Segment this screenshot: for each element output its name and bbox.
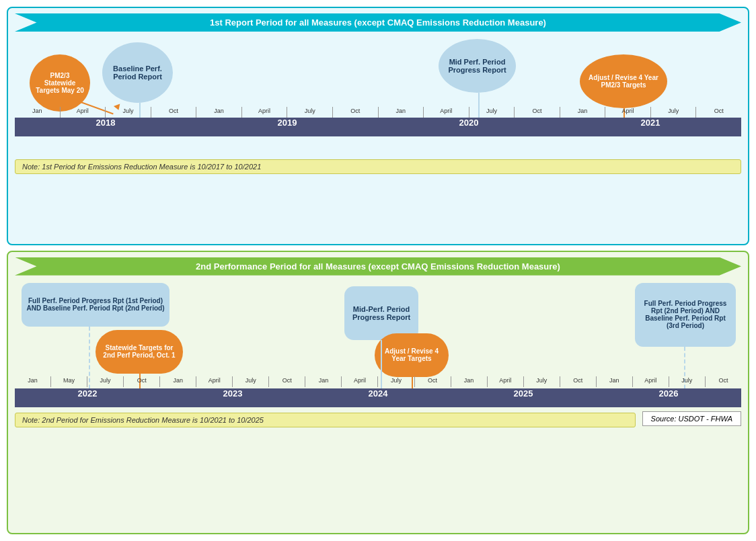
section2-months: Jan May July Oct Jan April July Oct Jan …	[15, 376, 741, 387]
mid-progress-bubble: Mid Perf. Period Progress Report	[439, 39, 516, 93]
source-box: Source: USDOT - FHWA	[642, 411, 741, 426]
section2-footer: Note: 2nd Period for Emissions Reduction…	[15, 410, 741, 427]
adjust-4yr-bubble: Adjust / Revise 4 Year Targets	[375, 333, 449, 377]
section2-timeline: Full Perf. Period Progress Rpt (1st Peri…	[15, 280, 741, 407]
year-2020: 2020	[378, 118, 560, 136]
section1-header: 1st Report Period for all Measures (exce…	[15, 13, 741, 32]
timeline-bar-inner: 2018 2019 2020 2021	[15, 118, 741, 136]
section1-banner: 1st Report Period for all Measures (exce…	[15, 13, 741, 32]
year-2024: 2024	[305, 388, 451, 407]
section2-banner: 2nd Performance Period for all Measures …	[15, 257, 741, 276]
section2: 2nd Performance Period for all Measures …	[7, 251, 749, 534]
year-2025: 2025	[451, 388, 596, 407]
year-2022: 2022	[15, 388, 160, 407]
year-2019: 2019	[196, 118, 378, 136]
section1-months: Jan April July Oct Jan April July Oct Ja…	[15, 107, 741, 118]
year-2026: 2026	[596, 388, 741, 407]
year-2021: 2021	[560, 118, 741, 136]
section2-header: 2nd Performance Period for all Measures …	[15, 257, 741, 276]
statewide-targets-bubble: Statewide Targets for 2nd Perf Period, O…	[96, 330, 183, 374]
section1-timeline: PM2/3 Statewide Targets May 20 Baseline …	[15, 36, 741, 157]
year-2018: 2018	[15, 118, 196, 136]
main-container: 1st Report Period for all Measures (exce…	[0, 0, 756, 541]
full-perf-2nd-box: Full Perf. Period Progress Rpt (2nd Peri…	[635, 283, 736, 347]
mid-perf-bubble: Mid-Perf. Period Progress Report	[344, 286, 418, 340]
adjust-pm23-bubble: Adjust / Revise 4 Year PM2/3 Targets	[580, 54, 667, 108]
section1-timeline-bar: 2018 2019 2020 2021	[15, 118, 741, 136]
year-2023: 2023	[160, 388, 305, 407]
section2-note: Note: 2nd Period for Emissions Reduction…	[15, 413, 636, 427]
section1-note: Note: 1st Period for Emissions Reduction…	[15, 159, 741, 174]
baseline-bubble: Baseline Perf. Period Report	[102, 42, 173, 103]
section2-timeline-bar: 2022 2023 2024 2025 2026	[15, 388, 741, 407]
section1: 1st Report Period for all Measures (exce…	[7, 7, 749, 245]
full-perf-box: Full Perf. Period Progress Rpt (1st Peri…	[22, 283, 169, 327]
